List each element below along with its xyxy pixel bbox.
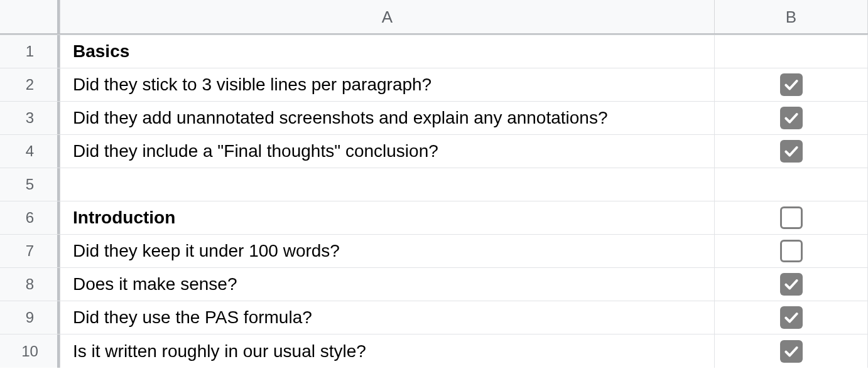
cell-B7[interactable] xyxy=(715,235,868,267)
table-row: 1 Basics xyxy=(0,35,868,68)
row-header-5[interactable]: 5 xyxy=(0,168,60,201)
cell-B4[interactable] xyxy=(715,135,868,168)
row-header-2[interactable]: 2 xyxy=(0,68,60,101)
cell-B6[interactable] xyxy=(715,201,868,234)
cell-A6[interactable]: Introduction xyxy=(60,201,715,234)
cell-A2[interactable]: Did they stick to 3 visible lines per pa… xyxy=(60,68,715,101)
cell-A1[interactable]: Basics xyxy=(60,35,715,68)
column-header-row: A B xyxy=(0,0,868,35)
table-row: 10 Is it written roughly in our usual st… xyxy=(0,334,868,368)
table-row: 5 xyxy=(0,168,868,201)
table-row: 9 Did they use the PAS formula? xyxy=(0,301,868,334)
cell-A9[interactable]: Did they use the PAS formula? xyxy=(60,301,715,334)
column-header-A[interactable]: A xyxy=(60,0,715,35)
cell-A3[interactable]: Did they add unannotated screenshots and… xyxy=(60,102,715,134)
row-header-4[interactable]: 4 xyxy=(0,135,60,168)
row-header-3[interactable]: 3 xyxy=(0,102,60,134)
cell-A5[interactable] xyxy=(60,168,715,201)
table-row: 8 Does it make sense? xyxy=(0,268,868,301)
row-header-1[interactable]: 1 xyxy=(0,35,60,68)
row-header-9[interactable]: 9 xyxy=(0,301,60,334)
row-header-6[interactable]: 6 xyxy=(0,201,60,234)
table-row: 3 Did they add unannotated screenshots a… xyxy=(0,102,868,135)
row-header-8[interactable]: 8 xyxy=(0,268,60,301)
row-header-10[interactable]: 10 xyxy=(0,334,60,368)
cell-A4[interactable]: Did they include a "Final thoughts" conc… xyxy=(60,135,715,168)
table-row: 7 Did they keep it under 100 words? xyxy=(0,235,868,268)
checkbox-icon[interactable] xyxy=(780,306,803,329)
grid-body: 1 Basics 2 Did they stick to 3 visible l… xyxy=(0,35,868,368)
checkbox-icon[interactable] xyxy=(780,140,803,163)
checkbox-icon[interactable] xyxy=(780,240,803,262)
cell-A8[interactable]: Does it make sense? xyxy=(60,268,715,301)
table-row: 6 Introduction xyxy=(0,201,868,235)
cell-B1[interactable] xyxy=(715,35,868,68)
table-row: 4 Did they include a "Final thoughts" co… xyxy=(0,135,868,168)
cell-B9[interactable] xyxy=(715,301,868,334)
column-header-B[interactable]: B xyxy=(715,0,868,35)
cell-B2[interactable] xyxy=(715,68,868,101)
checkbox-icon[interactable] xyxy=(780,206,803,229)
cell-B5[interactable] xyxy=(715,168,868,201)
checkbox-icon[interactable] xyxy=(780,340,803,363)
spreadsheet: A B 1 Basics 2 Did they stick to 3 visib… xyxy=(0,0,868,369)
cell-B3[interactable] xyxy=(715,102,868,134)
select-all-corner[interactable] xyxy=(0,0,60,35)
checkbox-icon[interactable] xyxy=(780,107,803,129)
checkbox-icon[interactable] xyxy=(780,73,803,96)
checkbox-icon[interactable] xyxy=(780,273,803,296)
cell-B8[interactable] xyxy=(715,268,868,301)
cell-A7[interactable]: Did they keep it under 100 words? xyxy=(60,235,715,267)
row-header-7[interactable]: 7 xyxy=(0,235,60,267)
cell-A10[interactable]: Is it written roughly in our usual style… xyxy=(60,334,715,368)
table-row: 2 Did they stick to 3 visible lines per … xyxy=(0,68,868,102)
cell-B10[interactable] xyxy=(715,334,868,368)
